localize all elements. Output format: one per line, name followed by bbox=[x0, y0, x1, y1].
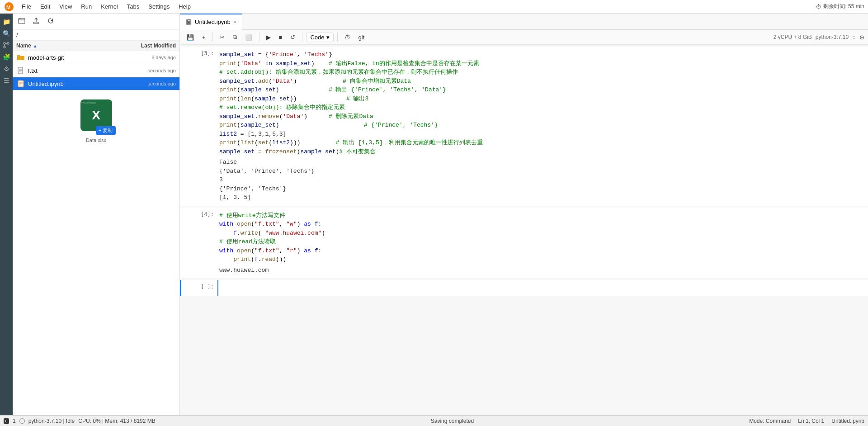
toolbar-sep-1 bbox=[212, 33, 213, 42]
file-icon bbox=[16, 66, 25, 75]
timer-icon: ⏱ bbox=[816, 4, 821, 10]
filebrowser: / Name ▲ Last Modified model-arts-git 6 … bbox=[13, 14, 180, 415]
svg-point-2 bbox=[4, 43, 5, 44]
sidebar-icon-search[interactable]: 🔍 bbox=[2, 29, 11, 38]
toolbar-sep-3 bbox=[302, 33, 302, 42]
kernel-selector[interactable]: Code ▾ bbox=[306, 33, 333, 42]
cell-empty-content[interactable] bbox=[217, 280, 868, 296]
notebook-tab[interactable]: 📓 Untitled.ipynb × bbox=[180, 14, 242, 30]
restart-button[interactable]: ↺ bbox=[287, 32, 298, 43]
menu-edit[interactable]: Edit bbox=[37, 2, 54, 11]
mode-indicator: Mode: Command bbox=[749, 418, 791, 424]
tab-notebook-icon: 📓 bbox=[185, 19, 192, 25]
cell-4: [4]: # 使用write方法写文件 with open("f.txt", "… bbox=[180, 208, 868, 279]
cell-empty-code[interactable] bbox=[221, 284, 866, 293]
cell-empty: [ ]: bbox=[180, 280, 868, 296]
clock-button[interactable]: ⏱ bbox=[341, 32, 354, 43]
kernel-idle-indicator bbox=[19, 418, 25, 424]
server-info: 2 vCPU + 8 GiB bbox=[774, 34, 812, 40]
stop-button[interactable]: ■ bbox=[276, 32, 286, 43]
cell-3-code: sample_set = {'Prince', 'Techs'} print('… bbox=[219, 50, 866, 156]
fb-item-notebook[interactable]: Untitled.ipynb seconds ago bbox=[13, 77, 179, 90]
status-right: Mode: Command Ln 1, Col 1 Untitled.ipynb bbox=[749, 418, 864, 424]
svg-rect-7 bbox=[19, 19, 25, 24]
item-name-notebook: Untitled.ipynb bbox=[28, 80, 126, 87]
sort-icon[interactable]: ▲ bbox=[33, 43, 38, 48]
nb-content: [3]: sample_set = {'Prince', 'Techs'} pr… bbox=[180, 45, 868, 415]
kernel-type-label: Code bbox=[310, 34, 324, 41]
menu-view[interactable]: View bbox=[56, 2, 75, 11]
tab-title: Untitled.ipynb bbox=[195, 19, 231, 25]
item-name-ftxt: f.txt bbox=[28, 67, 126, 74]
add-cell-button[interactable]: + bbox=[199, 32, 209, 43]
app-logo: M bbox=[4, 1, 14, 12]
refresh-button[interactable] bbox=[45, 16, 56, 27]
menu-kernel[interactable]: Kernel bbox=[97, 2, 122, 11]
upload-button[interactable] bbox=[31, 16, 42, 27]
sidebar-icon-extensions[interactable]: 🧩 bbox=[2, 52, 11, 62]
copy-badge[interactable]: + 复制 bbox=[96, 126, 115, 135]
cell-3-prompt: [3]: bbox=[181, 47, 217, 206]
cpu-mem-status: CPU: 0% | Mem: 413 / 8192 MB bbox=[78, 418, 156, 424]
kernel-info-status: python-3.7.10 | Idle bbox=[28, 418, 75, 424]
menu-help[interactable]: Help bbox=[175, 2, 194, 11]
cell-4-output: www.huawei.com bbox=[219, 264, 866, 275]
sidebar-icon-files[interactable]: 📁 bbox=[2, 17, 11, 26]
toolbar-sep-2 bbox=[259, 33, 259, 42]
cell-3-output: False {'Data', 'Prince', 'Techs'} 3 {'Pr… bbox=[219, 156, 866, 202]
menu-run[interactable]: Run bbox=[77, 2, 95, 11]
cell-4-prompt: [4]: bbox=[181, 208, 217, 279]
cell-4-code: # 使用write方法写文件 with open("f.txt", "w") a… bbox=[219, 211, 866, 264]
status-left: 0 1 python-3.7.10 | Idle CPU: 0% | Mem: … bbox=[4, 418, 156, 424]
cell-count-indicator: 1 bbox=[13, 418, 16, 424]
svg-point-3 bbox=[7, 43, 9, 44]
filebrowser-toolbar bbox=[13, 14, 179, 30]
cell-empty-prompt: [ ]: bbox=[181, 280, 217, 296]
menu-tabs[interactable]: Tabs bbox=[123, 2, 143, 11]
sidebar-icon-commands[interactable]: ☰ bbox=[2, 76, 11, 85]
save-status-text: Saving completed bbox=[431, 418, 474, 424]
menu-file[interactable]: File bbox=[18, 2, 35, 11]
menu-settings[interactable]: Settings bbox=[145, 2, 173, 11]
share-icon[interactable]: ⊕ bbox=[859, 34, 864, 41]
toolbar-sep-4 bbox=[337, 33, 338, 42]
item-modified-model-arts-git: 6 days ago bbox=[126, 55, 176, 60]
excel-filename-label: Data.xlsx bbox=[86, 137, 106, 143]
svg-text:M: M bbox=[6, 5, 10, 10]
save-button[interactable]: 💾 bbox=[184, 32, 197, 43]
menubar: M File Edit View Run Kernel Tabs Setting… bbox=[0, 0, 868, 14]
cut-button[interactable]: ✂ bbox=[217, 32, 228, 43]
kernel-status-icon: ○ bbox=[852, 34, 856, 41]
cell-4-content[interactable]: # 使用write方法写文件 with open("f.txt", "w") a… bbox=[217, 208, 868, 279]
kernel-name-display: python-3.7.10 bbox=[816, 34, 849, 40]
fb-item-ftxt[interactable]: f.txt seconds ago bbox=[13, 64, 179, 77]
header-modified-label: Last Modified bbox=[117, 43, 176, 49]
filebrowser-header: Name ▲ Last Modified bbox=[13, 41, 179, 51]
terminal-indicator: 0 bbox=[4, 418, 9, 424]
timer-display: ⏱ 剩余时间: 55 min bbox=[816, 3, 864, 10]
fb-item-model-arts-git[interactable]: model-arts-git 6 days ago bbox=[13, 51, 179, 64]
git-button[interactable]: git bbox=[355, 32, 368, 43]
cell-3-content[interactable]: sample_set = {'Prince', 'Techs'} print('… bbox=[217, 47, 868, 206]
status-center: Saving completed bbox=[163, 418, 742, 424]
breadcrumb-text: / bbox=[16, 32, 18, 38]
folder-icon bbox=[16, 53, 25, 62]
copy-button[interactable]: ⧉ bbox=[230, 32, 240, 43]
svg-point-4 bbox=[4, 46, 5, 48]
statusbar: 0 1 python-3.7.10 | Idle CPU: 0% | Mem: … bbox=[0, 415, 868, 426]
new-folder-button[interactable] bbox=[16, 16, 27, 27]
item-modified-notebook: seconds ago bbox=[126, 81, 176, 86]
sidebar-icon-settings[interactable]: ⚙ bbox=[2, 64, 11, 73]
current-file-status: Untitled.ipynb bbox=[831, 418, 864, 424]
header-name-label: Name bbox=[16, 43, 31, 49]
notebook-area: 📓 Untitled.ipynb × 💾 + ✂ ⧉ ⬜ ▶ ■ ↺ Code … bbox=[180, 14, 868, 415]
nb-right-tools: 2 vCPU + 8 GiB python-3.7.10 ○ ⊕ bbox=[774, 34, 864, 41]
sidebar-icon-git[interactable] bbox=[2, 41, 11, 50]
run-button[interactable]: ▶ bbox=[263, 32, 274, 43]
tab-close-button[interactable]: × bbox=[233, 19, 236, 25]
excel-icon-letter: X bbox=[92, 108, 100, 123]
paste-button[interactable]: ⬜ bbox=[242, 32, 255, 43]
cell-3: [3]: sample_set = {'Prince', 'Techs'} pr… bbox=[180, 47, 868, 206]
nb-toolbar: 💾 + ✂ ⧉ ⬜ ▶ ■ ↺ Code ▾ ⏱ git 2 vCPU + 8 … bbox=[180, 30, 868, 45]
kernel-dropdown-icon: ▾ bbox=[326, 34, 330, 41]
